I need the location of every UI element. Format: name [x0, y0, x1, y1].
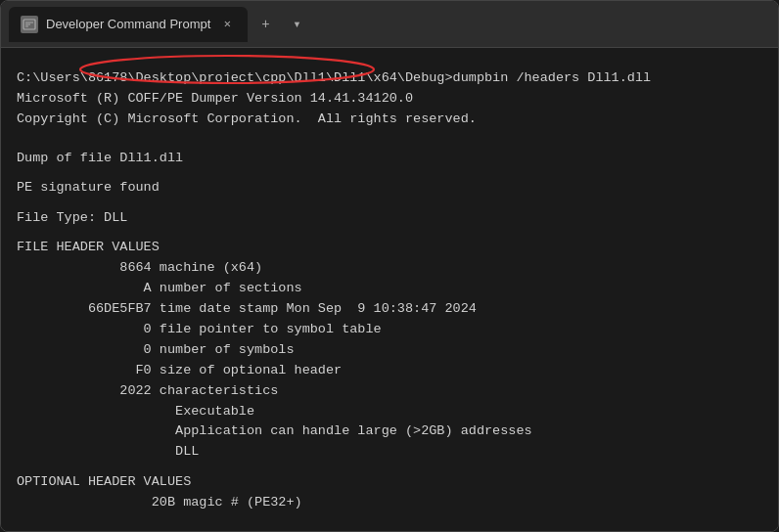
terminal-line: 20B magic # (PE32+)	[17, 493, 762, 513]
new-tab-button[interactable]: +	[252, 11, 279, 38]
title-bar-actions: + ▾	[252, 11, 310, 38]
terminal-line: Application can handle large (>2GB) addr…	[17, 421, 762, 442]
terminal-line: Dump of file Dll1.dll	[17, 149, 762, 169]
tab-icon	[21, 16, 38, 33]
terminal-line: File Type: DLL	[17, 208, 762, 229]
terminal-content: C:\Users\86178\Desktop\project\cpp\Dll1\…	[17, 60, 762, 513]
terminal-line: Copyright (C) Microsoft Corporation. All…	[17, 110, 762, 130]
terminal-line: OPTIONAL HEADER VALUES	[17, 472, 762, 493]
terminal-line	[17, 199, 762, 207]
terminal-line: 66DE5FB7 time date stamp Mon Sep 9 10:38…	[17, 299, 762, 320]
terminal-line	[17, 140, 762, 149]
terminal-line	[17, 130, 762, 139]
terminal-lines: C:\Users\86178\Desktop\project\cpp\Dll1\…	[17, 60, 762, 513]
terminal-line: A number of sections	[17, 279, 762, 299]
terminal-line: F0 size of optional header	[17, 361, 762, 381]
active-tab[interactable]: Developer Command Prompt ✕	[9, 7, 248, 42]
terminal-line: Microsoft (R) COFF/PE Dumper Version 14.…	[17, 89, 762, 110]
terminal-line: 8664 machine (x64)	[17, 258, 762, 279]
title-bar: Developer Command Prompt ✕ + ▾	[1, 1, 778, 48]
terminal-line	[17, 169, 762, 178]
terminal-line: C:\Users\86178\Desktop\project\cpp\Dll1\…	[17, 68, 762, 89]
terminal-line	[17, 229, 762, 238]
dropdown-button[interactable]: ▾	[283, 11, 310, 38]
terminal-line: 0 file pointer to symbol table	[17, 320, 762, 340]
terminal-window: Developer Command Prompt ✕ + ▾ C:\Users\…	[0, 0, 779, 532]
terminal-line: 0 number of symbols	[17, 340, 762, 361]
terminal-line	[17, 60, 762, 68]
terminal-line: DLL	[17, 442, 762, 463]
terminal-line: PE signature found	[17, 178, 762, 199]
terminal-line: FILE HEADER VALUES	[17, 238, 762, 258]
terminal-line: Executable	[17, 402, 762, 422]
terminal-line	[17, 463, 762, 471]
terminal-body: C:\Users\86178\Desktop\project\cpp\Dll1\…	[1, 48, 778, 531]
tab-close-button[interactable]: ✕	[218, 16, 236, 33]
terminal-line: 2022 characteristics	[17, 381, 762, 402]
tab-title: Developer Command Prompt	[46, 17, 210, 31]
